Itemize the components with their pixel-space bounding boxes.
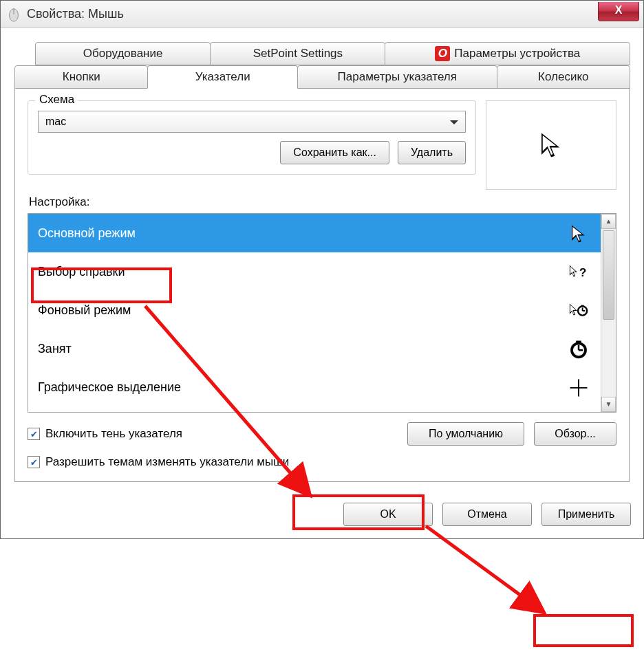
scroll-down-button[interactable]: ▼ <box>601 397 616 412</box>
cursor-preview <box>486 100 616 190</box>
scroll-up-button[interactable]: ▲ <box>601 214 616 229</box>
browse-button[interactable]: Обзор... <box>534 422 616 446</box>
mouse-properties-window: Свойства: Мышь X Оборудование SetPoint S… <box>0 0 644 539</box>
list-item-normal[interactable]: Основной режим <box>28 214 601 252</box>
tab-row-1: Оборудование SetPoint Settings O Парамет… <box>35 42 630 65</box>
list-item-busy[interactable]: Занят <box>28 329 601 368</box>
themes-checkbox[interactable]: ✔ <box>28 456 40 468</box>
list-item-help[interactable]: Выбор справки ? <box>28 252 601 291</box>
dialog-footer: OK Отмена Применить <box>1 490 643 538</box>
cursor-working-icon <box>566 298 591 323</box>
cursor-precision-icon <box>566 375 591 400</box>
cursor-arrow-icon <box>537 131 566 160</box>
mouse-icon <box>6 7 21 22</box>
tab-hardware[interactable]: Оборудование <box>35 42 211 65</box>
delete-button[interactable]: Удалить <box>398 141 466 164</box>
tab-pointer-options[interactable]: Параметры указателя <box>297 65 497 89</box>
tab-setpoint[interactable]: SetPoint Settings <box>210 42 385 65</box>
scheme-label: Схема <box>35 93 78 107</box>
scheme-dropdown[interactable]: mac <box>38 111 466 133</box>
tab-wheel[interactable]: Колесико <box>497 65 630 89</box>
scheme-selected: mac <box>45 116 66 128</box>
customize-label: Настройка: <box>29 195 616 209</box>
svg-text:?: ? <box>579 265 586 278</box>
cursor-arrow-icon <box>566 221 591 246</box>
tab-buttons[interactable]: Кнопки <box>14 65 148 89</box>
list-item-working[interactable]: Фоновый режим <box>28 291 601 329</box>
window-title: Свойства: Мышь <box>27 7 124 21</box>
svg-line-14 <box>426 526 544 613</box>
titlebar: Свойства: Мышь X <box>1 1 643 28</box>
cursor-busy-icon <box>566 337 591 362</box>
tab-row-2: Кнопки Указатели Параметры указателя Кол… <box>14 65 630 89</box>
cursor-listbox: Основной режим Выбор справки ? Фоновый р… <box>28 213 616 413</box>
svg-rect-10 <box>576 340 581 343</box>
shadow-checkbox[interactable]: ✔ <box>28 428 40 440</box>
pointers-panel: Схема mac Сохранить как... Удалить <box>14 88 630 482</box>
default-button[interactable]: По умолчанию <box>407 422 524 446</box>
synaptics-icon: O <box>435 46 450 61</box>
scroll-thumb[interactable] <box>603 230 614 320</box>
dialog-content: Оборудование SetPoint Settings O Парамет… <box>1 28 643 490</box>
cursor-list-items: Основной режим Выбор справки ? Фоновый р… <box>28 214 601 412</box>
scheme-group: Схема mac Сохранить как... Удалить <box>28 100 476 175</box>
cancel-button[interactable]: Отмена <box>442 503 532 526</box>
tab-device-params[interactable]: O Параметры устройства <box>385 42 630 65</box>
save-as-button[interactable]: Сохранить как... <box>280 141 389 164</box>
apply-button[interactable]: Применить <box>541 503 631 526</box>
themes-label: Разрешить темам изменять указатели мыши <box>45 455 289 469</box>
shadow-label: Включить тень указателя <box>45 427 182 441</box>
close-button[interactable]: X <box>598 2 639 21</box>
listbox-scrollbar[interactable]: ▲ ▼ <box>601 214 616 412</box>
svg-rect-6 <box>581 305 584 306</box>
cursor-help-icon: ? <box>566 260 591 285</box>
list-item-precision[interactable]: Графическое выделение <box>28 368 601 406</box>
tab-pointers[interactable]: Указатели <box>147 65 297 89</box>
ok-button[interactable]: OK <box>343 503 433 526</box>
highlight-apply-button <box>533 614 634 647</box>
